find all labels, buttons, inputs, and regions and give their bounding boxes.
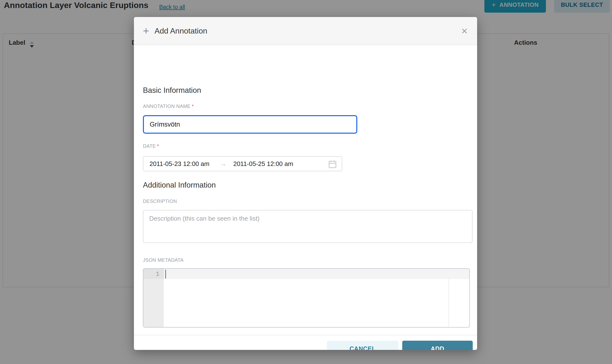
json-metadata-label: JSON METADATA — [143, 257, 183, 263]
description-textarea[interactable] — [143, 210, 472, 243]
editor-print-margin — [448, 279, 449, 327]
date-range-picker[interactable]: 2011-05-23 12:00 am → 2011-05-25 12:00 a… — [143, 156, 342, 171]
description-label: DESCRIPTION — [143, 198, 177, 204]
modal-footer: CANCEL ADD — [134, 335, 477, 350]
modal-title: Add Annotation — [155, 26, 207, 36]
date-label: DATE* — [143, 143, 159, 149]
annotation-name-input[interactable] — [143, 115, 357, 134]
editor-line-number: 1 — [143, 271, 159, 278]
add-button[interactable]: ADD — [402, 341, 473, 350]
add-annotation-modal: + Add Annotation ✕ Basic Information ANN… — [134, 17, 477, 350]
editor-active-line — [164, 269, 469, 279]
calendar-icon[interactable] — [328, 160, 337, 169]
plus-icon: + — [143, 26, 149, 36]
required-asterisk: * — [192, 104, 194, 109]
date-end-value[interactable]: 2011-05-25 12:00 am — [233, 160, 293, 168]
cancel-button[interactable]: CANCEL — [327, 341, 398, 350]
close-button[interactable]: ✕ — [459, 26, 470, 37]
json-metadata-editor[interactable]: 1 — [143, 268, 470, 327]
section-title-additional-information: Additional Information — [143, 181, 216, 190]
section-title-basic-information: Basic Information — [143, 86, 201, 95]
close-icon: ✕ — [461, 26, 468, 36]
date-start-value[interactable]: 2011-05-23 12:00 am — [149, 160, 209, 168]
required-asterisk: * — [157, 143, 159, 149]
annotation-layer-page: Annotation Layer Volcanic Eruptions Back… — [0, 0, 612, 364]
editor-cursor — [165, 270, 166, 278]
range-arrow-icon: → — [220, 160, 226, 168]
modal-header: + Add Annotation ✕ — [134, 17, 477, 45]
annotation-name-label: ANNOTATION NAME* — [143, 104, 194, 109]
